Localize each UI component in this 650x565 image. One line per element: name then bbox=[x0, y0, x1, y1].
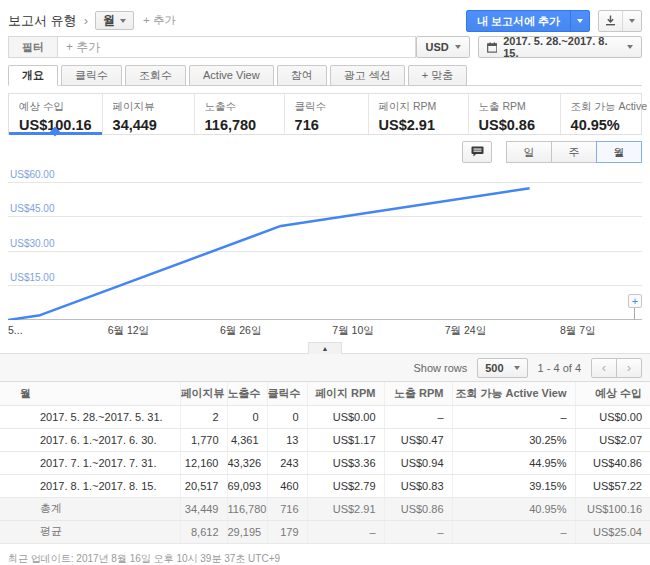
granularity-week-button[interactable]: 주 bbox=[551, 141, 597, 163]
granularity-button-group: 일주월 bbox=[506, 141, 642, 163]
row-value-cell: 179 bbox=[267, 520, 307, 543]
stat-value: 116,780 bbox=[205, 117, 274, 133]
column-header[interactable]: 예상 수입 bbox=[575, 382, 650, 405]
stat-label: 페이지 RPM bbox=[379, 100, 458, 114]
tab-engagement[interactable]: 참여 bbox=[277, 65, 327, 86]
stat-card-impression-rpm[interactable]: 노출 RPMUS$0.86 bbox=[468, 94, 560, 134]
add-to-my-reports-button[interactable]: 내 보고서에 추가 bbox=[467, 11, 570, 31]
comment-icon bbox=[471, 146, 484, 157]
column-header[interactable]: 월 bbox=[0, 382, 180, 405]
tab-overview[interactable]: 개요 bbox=[8, 65, 58, 86]
summary-stats-bar: 예상 수입US$100.16페이지뷰34,449노출수116,780클릭수716… bbox=[8, 93, 642, 135]
currency-dropdown[interactable]: USD bbox=[416, 36, 469, 58]
stat-card-estimated-earnings[interactable]: 예상 수입US$100.16 bbox=[9, 94, 102, 134]
stat-card-active-viewable[interactable]: 조회 가능 Active Vi...40.95% bbox=[560, 94, 650, 134]
row-value-cell: – bbox=[384, 520, 452, 543]
row-value-cell: 243 bbox=[267, 451, 307, 474]
row-value-cell: 716 bbox=[267, 497, 307, 520]
tab-customize[interactable]: + 맞춤 bbox=[408, 65, 467, 86]
report-type-dropdown[interactable]: 월 bbox=[95, 11, 134, 30]
row-value-cell: 2 bbox=[180, 405, 227, 428]
table-row: 2017. 8. 1.~2017. 8. 15.20,51769,093460U… bbox=[0, 474, 650, 497]
chevron-down-icon bbox=[514, 366, 520, 370]
stat-card-impressions[interactable]: 노출수116,780 bbox=[194, 94, 284, 134]
chart-zoom-in-button[interactable]: + bbox=[628, 294, 642, 308]
chevron-down-icon bbox=[120, 19, 126, 23]
chevron-right-icon: › bbox=[627, 360, 631, 375]
earnings-line-series bbox=[8, 168, 642, 320]
stat-label: 노출수 bbox=[205, 100, 274, 114]
column-header[interactable]: 클릭수 bbox=[267, 382, 307, 405]
download-button[interactable] bbox=[599, 11, 622, 31]
row-value-cell: 460 bbox=[267, 474, 307, 497]
currency-value: USD bbox=[425, 41, 448, 53]
row-value-cell: 34,449 bbox=[180, 497, 227, 520]
export-split-button bbox=[598, 10, 642, 32]
filter-label: 필터 bbox=[9, 37, 58, 57]
x-axis-tick-label: 5... bbox=[8, 324, 23, 336]
row-value-cell: US$0.86 bbox=[384, 497, 452, 520]
earnings-line-chart: US$15.00US$30.00US$45.00US$60.005...6월 1… bbox=[8, 168, 642, 336]
date-range-picker[interactable]: 2017. 5. 28.~2017. 8. 15. bbox=[478, 36, 642, 58]
granularity-month-button[interactable]: 월 bbox=[596, 141, 642, 163]
rows-per-page-dropdown[interactable]: 500 bbox=[477, 358, 527, 378]
row-value-cell: US$25.04 bbox=[575, 520, 650, 543]
add-to-my-reports-menu-button[interactable] bbox=[570, 11, 589, 31]
row-value-cell: – bbox=[452, 520, 575, 543]
annotations-button[interactable] bbox=[462, 141, 492, 163]
row-value-cell: 116,780 bbox=[227, 497, 267, 520]
row-value-cell: US$2.79 bbox=[307, 474, 384, 497]
stat-card-clicks[interactable]: 클릭수716 bbox=[284, 94, 368, 134]
row-value-cell: 0 bbox=[227, 405, 267, 428]
stat-card-page-rpm[interactable]: 페이지 RPMUS$2.91 bbox=[368, 94, 468, 134]
row-value-cell: US$0.00 bbox=[575, 405, 650, 428]
chevron-left-icon: ‹ bbox=[602, 360, 606, 375]
column-header[interactable]: 페이지 RPM bbox=[307, 382, 384, 405]
row-value-cell: US$100.16 bbox=[575, 497, 650, 520]
page-header: 보고서 유형 › 월 + 추가 내 보고서에 추가 bbox=[8, 9, 642, 32]
next-page-button[interactable]: › bbox=[616, 358, 642, 378]
stat-card-pageviews[interactable]: 페이지뷰34,449 bbox=[102, 94, 194, 134]
previous-page-button[interactable]: ‹ bbox=[591, 358, 617, 378]
add-dimension-button[interactable]: + 추가 bbox=[143, 13, 176, 28]
x-axis-tick-label: 6월 26일 bbox=[220, 324, 261, 338]
column-header[interactable]: 페이지뷰 bbox=[180, 382, 227, 405]
row-value-cell: US$0.47 bbox=[384, 428, 452, 451]
row-value-cell: US$40.86 bbox=[575, 451, 650, 474]
row-value-cell: – bbox=[384, 405, 452, 428]
row-value-cell: US$0.00 bbox=[307, 405, 384, 428]
tab-views[interactable]: 조회수 bbox=[125, 65, 186, 86]
tab-ad-sections[interactable]: 광고 섹션 bbox=[330, 65, 405, 86]
row-label-cell: 총계 bbox=[0, 497, 180, 520]
row-value-cell: US$57.22 bbox=[575, 474, 650, 497]
row-value-cell: 43,326 bbox=[227, 451, 267, 474]
column-header[interactable]: 노출 RPM bbox=[384, 382, 452, 405]
row-value-cell: US$0.83 bbox=[384, 474, 452, 497]
average-row: 평균8,61229,195179–––US$25.04 bbox=[0, 520, 650, 543]
table-row: 2017. 5. 28.~2017. 5. 31.200US$0.00––US$… bbox=[0, 405, 650, 428]
table-head: 월페이지뷰노출수클릭수페이지 RPM노출 RPM조회 가능 Active Vie… bbox=[0, 382, 650, 405]
x-axis-tick-label: 8월 7일 bbox=[560, 324, 596, 338]
row-value-cell: 0 bbox=[267, 405, 307, 428]
breadcrumb-label: 보고서 유형 bbox=[8, 12, 77, 30]
filter-input[interactable] bbox=[58, 37, 415, 57]
tab-clicks[interactable]: 클릭수 bbox=[61, 65, 122, 86]
download-icon bbox=[605, 15, 616, 26]
column-header[interactable]: 노출수 bbox=[227, 382, 267, 405]
granularity-day-button[interactable]: 일 bbox=[506, 141, 552, 163]
download-menu-button[interactable] bbox=[622, 11, 641, 31]
show-rows-label: Show rows bbox=[413, 362, 467, 374]
collapse-chart-button[interactable]: ▲ bbox=[308, 342, 342, 354]
chevron-down-icon bbox=[629, 19, 635, 23]
x-axis-tick-label: 6월 12일 bbox=[108, 324, 149, 338]
date-range-value: 2017. 5. 28.~2017. 8. 15. bbox=[503, 35, 621, 59]
chevron-down-icon bbox=[455, 45, 461, 49]
tab-active-view[interactable]: Active View bbox=[189, 65, 274, 86]
stat-value: 40.95% bbox=[571, 117, 650, 133]
row-label-cell: 2017. 8. 1.~2017. 8. 15. bbox=[0, 474, 180, 497]
breadcrumb-separator-icon: › bbox=[84, 13, 88, 28]
breadcrumb: 보고서 유형 › 월 + 추가 bbox=[8, 11, 176, 30]
row-value-cell: 40.95% bbox=[452, 497, 575, 520]
column-header[interactable]: 조회 가능 Active View bbox=[452, 382, 575, 405]
row-value-cell: – bbox=[452, 405, 575, 428]
